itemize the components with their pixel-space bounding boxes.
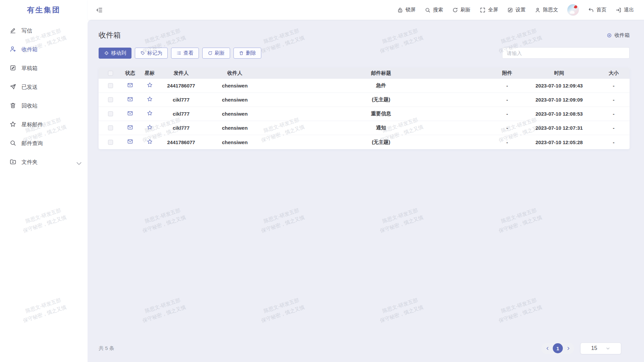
table-row[interactable]: cikl777 chensiwen 通知 - 2023-07-10 12:07:… <box>99 121 630 135</box>
sidebar-item-starred[interactable]: 星标邮件 <box>0 115 88 134</box>
sidebar-collapse-icon[interactable] <box>96 6 103 14</box>
global-search-button[interactable]: 搜索 <box>425 7 443 13</box>
sidebar-item-compose[interactable]: 写信 <box>0 21 88 40</box>
row-checkbox[interactable] <box>108 125 113 130</box>
star-icon <box>9 121 16 129</box>
folder-plus-icon <box>9 158 16 167</box>
sidebar-item-label: 回收站 <box>21 103 38 110</box>
current-page-button[interactable]: 1 <box>553 343 563 353</box>
lock-screen-button[interactable]: 锁屏 <box>397 7 416 13</box>
pencil-icon <box>9 27 16 35</box>
star-toggle-icon[interactable] <box>147 124 153 132</box>
table-row[interactable]: 2441786077 chensiwen 急件 - 2023-07-10 12:… <box>99 79 630 93</box>
cell-sender: cikl777 <box>161 97 201 103</box>
location-icon <box>606 33 612 38</box>
user-icon <box>535 7 541 13</box>
pagination: 1 15 <box>541 343 621 354</box>
unread-mail-icon <box>127 110 133 118</box>
cell-subject: 急件 <box>268 82 494 89</box>
home-button[interactable]: 首页 <box>588 7 606 13</box>
cell-recipient: chensiwen <box>201 83 268 88</box>
fullscreen-icon <box>480 7 486 13</box>
sidebar-item-trash[interactable]: 回收站 <box>0 97 88 115</box>
person-inbox-icon <box>9 46 16 54</box>
star-toggle-icon[interactable] <box>147 82 153 89</box>
prev-page-button[interactable] <box>543 344 551 352</box>
mark-as-button[interactable]: 标记为 <box>135 48 168 59</box>
cell-size: - <box>598 97 630 103</box>
cell-subject: (无主题) <box>268 139 494 145</box>
table-row[interactable]: cikl777 chensiwen (无主题) - 2023-07-10 12:… <box>99 93 630 107</box>
table-row[interactable]: 2441786077 chensiwen (无主题) - 2023-07-10 … <box>99 135 630 149</box>
cell-attachment: - <box>494 83 521 88</box>
refresh-icon <box>452 7 458 13</box>
sidebar-item-label: 草稿箱 <box>21 65 38 72</box>
page-size-select[interactable]: 15 <box>580 343 621 354</box>
page-head: 收件箱 收件箱 <box>99 28 630 42</box>
sidebar-item-inbox[interactable]: 收件箱 <box>0 40 88 59</box>
pager-group: 1 <box>541 343 574 354</box>
refresh-list-button[interactable]: 刷新 <box>202 48 230 59</box>
cell-attachment: - <box>494 139 521 145</box>
cell-size: - <box>598 139 630 145</box>
cell-attachment: - <box>494 111 521 117</box>
table-row[interactable]: cikl777 chensiwen 重要信息 - 2023-07-10 12:0… <box>99 107 630 121</box>
refresh-button[interactable]: 刷新 <box>452 7 471 13</box>
cell-time: 2023-07-10 12:07:31 <box>521 125 598 131</box>
column-header-attachment: 附件 <box>494 70 521 76</box>
mark-tag-icon <box>140 51 145 56</box>
avatar[interactable] <box>567 4 579 16</box>
unread-mail-icon <box>127 138 133 146</box>
star-toggle-icon[interactable] <box>147 110 153 118</box>
cell-subject: 通知 <box>268 125 494 131</box>
lock-icon <box>397 7 403 13</box>
sidebar: 有生集团 写信 收件箱 草稿箱 已发送 回收站 <box>0 0 88 362</box>
sidebar-item-drafts[interactable]: 草稿箱 <box>0 59 88 78</box>
unread-mail-icon <box>127 96 133 104</box>
logout-icon <box>615 7 622 13</box>
cell-sender: 2441786077 <box>161 83 201 88</box>
total-count: 共 5 条 <box>99 345 114 352</box>
row-checkbox[interactable] <box>108 83 113 88</box>
star-toggle-icon[interactable] <box>147 138 153 146</box>
cell-size: - <box>598 83 630 88</box>
cell-subject: (无主题) <box>268 97 494 103</box>
settings-button[interactable]: 设置 <box>507 7 526 13</box>
table-search <box>502 47 630 59</box>
cell-subject: 重要信息 <box>268 111 494 117</box>
move-to-button[interactable]: 移动到 <box>99 48 131 59</box>
refresh-icon <box>208 51 213 56</box>
row-checkbox[interactable] <box>108 140 113 145</box>
cell-time: 2023-07-10 12:09:09 <box>521 97 598 103</box>
star-toggle-icon[interactable] <box>147 96 153 104</box>
cell-time: 2023-07-10 12:09:43 <box>521 83 598 88</box>
logout-button[interactable]: 退出 <box>615 7 634 13</box>
search-input[interactable] <box>502 48 629 58</box>
sidebar-item-label: 星标邮件 <box>21 121 43 128</box>
sidebar-item-folders[interactable]: 文件夹 <box>0 153 88 172</box>
cell-recipient: chensiwen <box>201 97 268 103</box>
cell-size: - <box>598 125 630 131</box>
search-icon <box>9 139 16 148</box>
view-button[interactable]: 查看 <box>171 48 199 59</box>
select-all-checkbox[interactable] <box>108 71 113 76</box>
delete-button[interactable]: 删除 <box>233 48 261 59</box>
fullscreen-button[interactable]: 全屏 <box>480 7 498 13</box>
row-checkbox[interactable] <box>108 111 113 116</box>
list-footer: 共 5 条 1 15 <box>99 342 630 355</box>
sidebar-item-sent[interactable]: 已发送 <box>0 78 88 97</box>
cell-recipient: chensiwen <box>201 125 268 131</box>
sidebar-item-label: 邮件查询 <box>21 140 43 147</box>
next-page-button[interactable] <box>564 344 572 352</box>
cell-time: 2023-07-10 12:05:28 <box>521 139 598 145</box>
column-header-star: 星标 <box>138 70 161 76</box>
breadcrumb[interactable]: 收件箱 <box>606 32 630 39</box>
cell-size: - <box>598 111 630 117</box>
settings-icon <box>507 7 513 13</box>
current-user[interactable]: 陈思文 <box>535 7 558 13</box>
chevron-down-icon <box>75 160 80 165</box>
row-checkbox[interactable] <box>108 97 113 102</box>
sidebar-item-mail-search[interactable]: 邮件查询 <box>0 134 88 153</box>
main-content: 收件箱 收件箱 移动到 标记为 查看 刷新 <box>88 20 644 362</box>
cell-sender: cikl777 <box>161 125 201 131</box>
